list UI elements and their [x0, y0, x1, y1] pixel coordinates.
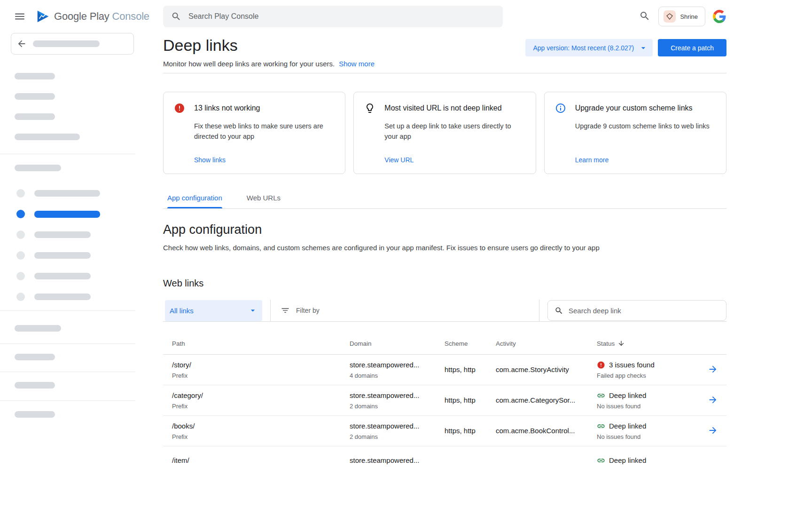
- activity-value: com.acme.CategorySor...: [496, 396, 597, 405]
- path-cell: /story/ Prefix: [172, 361, 350, 379]
- toolbar-divider: [539, 300, 539, 321]
- sidebar-item[interactable]: [16, 189, 135, 198]
- table-row[interactable]: /books/ Prefix store.steampowered... 2 d…: [163, 416, 726, 446]
- section-title: App configuration: [163, 222, 726, 238]
- sidebar-nav-skeleton: [16, 189, 135, 301]
- sidebar: Google Play Console: [0, 0, 135, 508]
- arrow-back-icon: [16, 39, 27, 49]
- card-head: Upgrade your custom scheme links: [555, 103, 715, 114]
- show-links-link[interactable]: Show links: [194, 156, 226, 164]
- play-console-app: Google Play Console: [0, 0, 812, 508]
- sidebar-divider: [0, 154, 135, 154]
- table-row[interactable]: /category/ Prefix store.steampowered... …: [163, 385, 726, 416]
- table-row[interactable]: /story/ Prefix store.steampowered... 4 d…: [163, 355, 726, 385]
- path-cell: /item/: [172, 456, 350, 468]
- sidebar-item-deep-links-active[interactable]: [16, 210, 135, 218]
- column-header-domain: Domain: [350, 340, 445, 347]
- menu-icon[interactable]: [14, 10, 26, 23]
- sidebar-skeleton-bar: [15, 134, 80, 140]
- page-header-left: Deep links Monitor how well deep links a…: [163, 35, 375, 68]
- open-row-arrow-icon[interactable]: [707, 425, 718, 437]
- search-icon: [171, 11, 181, 22]
- scheme-cell: https, http: [445, 365, 496, 374]
- sidebar-skeleton-bar: [34, 211, 100, 218]
- status-cell: 3 issues found Failed app checks: [597, 361, 707, 379]
- info-icon: [555, 103, 566, 114]
- open-row-arrow-icon[interactable]: [707, 364, 718, 375]
- status-value: Deep linked: [609, 422, 646, 430]
- search-icon-button[interactable]: [639, 10, 651, 23]
- status-value: 3 issues found: [609, 361, 655, 369]
- domain-cell: store.steampowered... 2 domains: [350, 391, 445, 410]
- status-cell: Deep linked: [597, 456, 707, 468]
- sidebar-divider: [0, 400, 135, 401]
- view-url-link[interactable]: View URL: [384, 156, 414, 164]
- tab-app-configuration[interactable]: App configuration: [167, 193, 222, 208]
- card-body: Fix these web links to make sure users a…: [194, 121, 334, 142]
- toolbar-divider: [270, 300, 271, 321]
- activity-value: com.acme.BookControl...: [496, 427, 597, 435]
- table-toolbar: All links Filter by: [163, 300, 726, 322]
- show-more-link[interactable]: Show more: [339, 59, 375, 68]
- nav-bullet-icon: [16, 293, 25, 301]
- activity-cell: com.acme.CategorySor...: [496, 396, 597, 405]
- path-value: /story/: [172, 361, 350, 369]
- column-header-status[interactable]: Status: [597, 340, 707, 347]
- path-type: Prefix: [172, 403, 350, 410]
- filter-by-button[interactable]: Filter by: [281, 306, 320, 315]
- status-value: Deep linked: [609, 456, 646, 465]
- status-cell: Deep linked No issues found: [597, 391, 707, 410]
- status-error-icon: [597, 361, 605, 369]
- status-line: 3 issues found: [597, 361, 707, 369]
- topbar-right: Shrine: [639, 7, 726, 26]
- path-cell: /books/ Prefix: [172, 422, 350, 440]
- app-version-label: App version: Most recent (8.2.027): [533, 44, 634, 52]
- nav-bullet-icon: [16, 189, 25, 198]
- deep-link-search-input[interactable]: [569, 307, 719, 315]
- sidebar-skeleton-group: [15, 73, 135, 140]
- sidebar-item[interactable]: [16, 251, 135, 260]
- google-g-logo-icon: [713, 10, 726, 23]
- domain-cell: store.steampowered... 4 domains: [350, 361, 445, 379]
- web-links-table: Path Domain Scheme Activity Status /stor…: [163, 322, 726, 477]
- status-line: Deep linked: [597, 422, 707, 430]
- global-search-input[interactable]: [188, 12, 495, 21]
- create-patch-button[interactable]: Create a patch: [658, 39, 726, 56]
- global-search[interactable]: [163, 6, 503, 27]
- status-cell: Deep linked No issues found: [597, 422, 707, 440]
- page-title: Deep links: [163, 35, 375, 55]
- links-filter-dropdown[interactable]: All links: [165, 300, 262, 321]
- sidebar-skeleton-bar: [15, 73, 55, 79]
- sidebar-item[interactable]: [16, 230, 135, 239]
- lightbulb-icon: [364, 103, 375, 114]
- path-value: /item/: [172, 456, 350, 465]
- sidebar-skeleton-bar: [15, 113, 55, 120]
- sidebar-item[interactable]: [16, 272, 135, 280]
- app-version-dropdown[interactable]: App version: Most recent (8.2.027): [525, 39, 653, 56]
- path-type: Prefix: [172, 372, 350, 379]
- topbar: Shrine: [135, 0, 812, 33]
- domain-count: 4 domains: [350, 372, 445, 379]
- sidebar-item[interactable]: [16, 293, 135, 301]
- tab-web-urls[interactable]: Web URLs: [247, 193, 281, 208]
- card-upgrade-custom-schemes: Upgrade your custom scheme links Upgrade…: [544, 92, 726, 174]
- learn-more-link[interactable]: Learn more: [575, 156, 609, 164]
- path-value: /books/: [172, 422, 350, 430]
- domain-value: store.steampowered...: [350, 361, 445, 369]
- back-button[interactable]: [11, 33, 134, 55]
- sidebar-skeleton-bar: [34, 252, 91, 259]
- open-row-arrow-icon[interactable]: [707, 395, 718, 406]
- column-header-activity: Activity: [496, 340, 597, 347]
- card-links-not-working: 13 links not working Fix these web links…: [163, 92, 345, 174]
- main-area: Shrine Deep links Monitor: [135, 0, 812, 508]
- google-account-avatar[interactable]: [713, 10, 726, 23]
- deep-link-search[interactable]: [547, 300, 726, 321]
- table-row[interactable]: /item/ store.steampowered...: [163, 446, 726, 477]
- card-title: Upgrade your custom scheme links: [575, 104, 693, 112]
- header-divider: [163, 73, 726, 73]
- sidebar-skeleton-bar: [34, 273, 91, 279]
- status-header-label: Status: [597, 340, 615, 347]
- page-header: Deep links Monitor how well deep links a…: [163, 35, 726, 68]
- current-app-chip[interactable]: Shrine: [658, 7, 705, 26]
- domain-value: store.steampowered...: [350, 391, 445, 400]
